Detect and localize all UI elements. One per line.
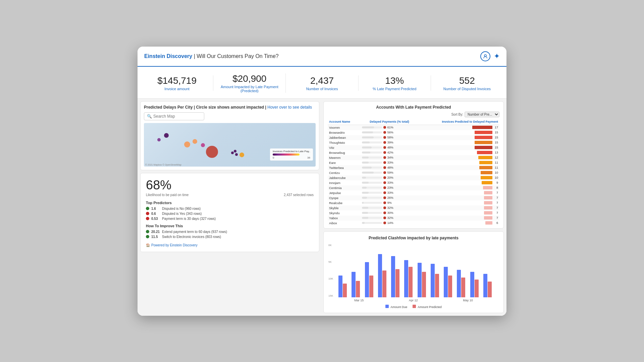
bar-red (382, 270, 386, 297)
inv-bar (479, 166, 492, 169)
inv-bar-cell: 7 (420, 191, 498, 194)
bar-blue (418, 263, 422, 297)
improvement-val-1: 11.5 (151, 235, 161, 239)
bar-group (431, 264, 443, 297)
pct-dot (383, 186, 386, 189)
pct-bar-bg (362, 141, 382, 143)
account-name-cell: Centizu (328, 170, 361, 175)
powered-by-link[interactable]: 🏠 Powered by Einstein Discovery (146, 243, 314, 247)
account-name-cell: Eare (328, 160, 361, 165)
inv-value: 7 (493, 206, 498, 209)
pct-value: 33% (387, 191, 393, 194)
pct-cell: 33% (361, 180, 419, 185)
map-search-container: 🔍 (144, 112, 204, 120)
map-circle (201, 143, 205, 147)
pct-bar-fill (362, 146, 372, 148)
pct-bar-fill (362, 207, 368, 209)
inv-value: 10 (493, 171, 498, 174)
pct-value: 61% (387, 126, 393, 129)
predictor-dot-negative-1 (146, 212, 149, 215)
stats-rows: 2,437 selected rows (284, 193, 314, 197)
inv-cell: 7 (418, 205, 499, 210)
account-name-cell: Browsedriv (328, 130, 361, 135)
search-input[interactable] (153, 114, 201, 119)
map-legend-max: 36 (307, 156, 310, 159)
bar-group (418, 263, 430, 297)
inv-bar-cell: 7 (420, 211, 498, 215)
map-legend-labels: 0 36 (273, 156, 310, 159)
pct-dot (383, 136, 386, 139)
inv-bar (485, 221, 492, 225)
kpi-pct-late-label: % Late Payment Predicted (362, 87, 427, 91)
bar-blue (338, 276, 342, 297)
inv-bar (484, 196, 492, 199)
chart-bars (335, 244, 499, 297)
pct-bar-bg (362, 152, 382, 154)
y-label-0: 15K (328, 294, 333, 297)
inv-bar (475, 146, 492, 149)
inv-bar-cell: 8 (420, 186, 498, 189)
pct-value: 48% (387, 146, 393, 149)
table-row: Skyndu 30% 7 (328, 210, 499, 216)
sort-select[interactable]: Number of Pre... (465, 112, 499, 117)
map-circle (164, 133, 169, 138)
pct-bar-fill (362, 141, 370, 143)
header-icons: ✦ (480, 51, 500, 61)
kpi-disputed: 552 Number of Disputed Invoices (431, 75, 503, 91)
inv-bar-cell: 7 (420, 201, 498, 204)
table-row: Skyble 32% 7 (328, 205, 499, 210)
inv-bar-cell: 10 (420, 176, 498, 179)
inv-cell: 10 (418, 170, 499, 175)
inv-bar (475, 131, 492, 134)
y-axis-labels: 15K 10K 5K 0K (328, 244, 334, 297)
predictor-row-1: 0.6 Disputed is Yes (343 rows) (146, 212, 314, 216)
table-row: Eare 33% 11 (328, 160, 499, 165)
accounts-table: Account Name Delayed Payments (% total) … (328, 119, 499, 226)
predictors-list: 1.6 Disputed is No (960 rows) 0.6 Disput… (146, 207, 314, 221)
inv-bar (481, 176, 492, 179)
table-row: Centimia 23% 8 (328, 185, 499, 190)
improvement-text-0: Extend payment term to 60 days (937 rows… (162, 230, 227, 234)
pct-value: 42% (387, 151, 393, 154)
inv-cell: 7 (418, 200, 499, 205)
account-name-cell: Skyble (328, 205, 361, 210)
pct-value: 20% (387, 176, 393, 179)
table-row: Centizu 59% 10 (328, 170, 499, 175)
pct-value: 32% (387, 206, 393, 209)
inv-value: 15 (493, 146, 498, 149)
pct-cell: 34% (361, 155, 419, 160)
pct-bar-fill (362, 152, 370, 154)
inv-bar-cell: 10 (420, 171, 498, 174)
map-credit: © 2021 Mapbox © OpenStreetMap (145, 164, 181, 166)
accounts-table-wrapper: Account Name Delayed Payments (% total) … (328, 119, 499, 226)
inv-bar-cell: 12 (420, 156, 498, 159)
table-row: Twitterbea 48% 11 (328, 165, 499, 170)
pct-value: 9% (387, 201, 392, 204)
pct-cell: 14% (361, 221, 419, 226)
pct-cell: 33% (361, 190, 419, 195)
user-icon[interactable] (480, 51, 490, 61)
pct-bar-bg (362, 177, 382, 179)
pct-bar-fill (362, 217, 368, 219)
map-hover-link[interactable]: Hover over to see details (267, 105, 312, 110)
add-icon[interactable]: ✦ (494, 52, 500, 61)
inv-cell: 11 (418, 160, 499, 165)
improvement-val-0: 20.21 (151, 230, 161, 234)
col-inv-predicted: Invoices Predicted to Delayed Payment (418, 119, 499, 125)
inv-bar-cell: 11 (420, 161, 498, 164)
x-label-1: Apr 12 (409, 299, 418, 302)
kpi-row: $145,719 Invoice amount $20,900 Amount I… (138, 67, 506, 99)
inv-value: 7 (493, 211, 498, 215)
map-subtitle: Circle size shows amount impacted (196, 105, 264, 110)
bar-red (369, 276, 373, 297)
pct-bar-bg (362, 202, 382, 204)
inv-cell: 7 (418, 195, 499, 200)
app-header: Einstein Discovery | Will Our Customers … (138, 47, 506, 67)
bar-red (435, 274, 439, 297)
map-circle (184, 141, 190, 147)
account-name-cell: Vitz (328, 145, 361, 150)
bar-red (475, 280, 479, 297)
improvement-row-0: 20.21 Extend payment term to 60 days (93… (146, 230, 314, 234)
y-label-1: 10K (328, 277, 333, 280)
inv-bar (481, 171, 492, 174)
